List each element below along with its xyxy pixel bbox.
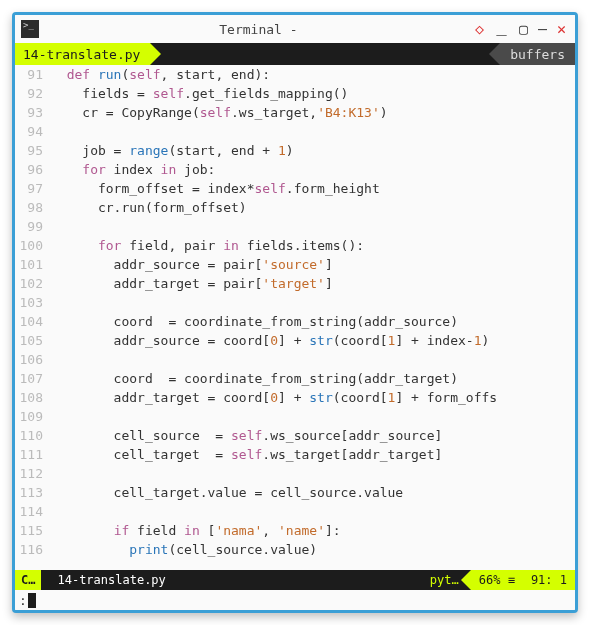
code-text: addr_source = pair['source'] [51,255,575,274]
code-line[interactable]: 95 job = range(start, end + 1) [15,141,575,160]
cursor-icon [28,593,36,608]
code-line[interactable]: 101 addr_source = pair['source'] [15,255,575,274]
line-number: 95 [15,141,51,160]
code-text [51,217,575,236]
code-text: for index in job: [51,160,575,179]
line-number: 107 [15,369,51,388]
window-dash-icon[interactable]: – [535,20,550,39]
code-line[interactable]: 100 for field, pair in fields.items(): [15,236,575,255]
terminal-app-icon [21,20,39,38]
code-text: job = range(start, end + 1) [51,141,575,160]
code-text [51,464,575,483]
code-line[interactable]: 97 form_offset = index*self.form_height [15,179,575,198]
code-line[interactable]: 112 [15,464,575,483]
pin-icon[interactable]: ◇ [472,20,487,39]
code-line[interactable]: 113 cell_target.value = cell_source.valu… [15,483,575,502]
code-text: for field, pair in fields.items(): [51,236,575,255]
line-number: 98 [15,198,51,217]
code-line[interactable]: 108 addr_target = coord[0] + str(coord[1… [15,388,575,407]
line-number: 112 [15,464,51,483]
line-number: 92 [15,84,51,103]
minimize-icon[interactable]: ＿ [491,20,512,39]
code-line[interactable]: 93 cr = CopyRange(self.ws_target,'B4:K13… [15,103,575,122]
code-text: cell_source = self.ws_source[addr_source… [51,426,575,445]
window-title: Terminal - [45,22,472,37]
statusbar: C… 14-translate.py pyt… 66% ≡ 91: 1 [15,570,575,590]
status-mode: C… [15,570,41,590]
titlebar[interactable]: Terminal - ◇ ＿ ▢ – ✕ [15,15,575,43]
code-line[interactable]: 98 cr.run(form_offset) [15,198,575,217]
line-number: 113 [15,483,51,502]
code-editor[interactable]: 91 def run(self, start, end):92 fields =… [15,65,575,570]
code-line[interactable]: 110 cell_source = self.ws_source[addr_so… [15,426,575,445]
code-line[interactable]: 94 [15,122,575,141]
code-text: cr = CopyRange(self.ws_target,'B4:K13') [51,103,575,122]
code-text: if field in ['nama', 'name']: [51,521,575,540]
code-line[interactable]: 96 for index in job: [15,160,575,179]
line-number: 109 [15,407,51,426]
code-text [51,407,575,426]
code-text [51,502,575,521]
tab-label: 14-translate.py [23,47,140,62]
terminal-window: Terminal - ◇ ＿ ▢ – ✕ 14-translate.py buf… [12,12,578,613]
buffer-tabbar: 14-translate.py buffers [15,43,575,65]
status-ruler: 91: 1 [523,570,575,590]
code-text: coord = coordinate_from_string(addr_targ… [51,369,575,388]
code-line[interactable]: 109 [15,407,575,426]
line-number: 100 [15,236,51,255]
code-text [51,293,575,312]
code-text: cell_target = self.ws_target[addr_target… [51,445,575,464]
code-line[interactable]: 91 def run(self, start, end): [15,65,575,84]
line-number: 94 [15,122,51,141]
line-number: 110 [15,426,51,445]
close-icon[interactable]: ✕ [554,20,569,39]
line-number: 111 [15,445,51,464]
code-line[interactable]: 111 cell_target = self.ws_target[addr_ta… [15,445,575,464]
tab-buffers[interactable]: buffers [500,43,575,65]
code-line[interactable]: 105 addr_source = coord[0] + str(coord[1… [15,331,575,350]
code-line[interactable]: 92 fields = self.get_fields_mapping() [15,84,575,103]
line-number: 103 [15,293,51,312]
status-percent: 66% ≡ [471,570,523,590]
code-text: addr_target = coord[0] + str(coord[1] + … [51,388,575,407]
code-text: addr_source = coord[0] + str(coord[1] + … [51,331,575,350]
status-filetype: pyt… [422,570,471,590]
code-line[interactable]: 106 [15,350,575,369]
line-number: 96 [15,160,51,179]
line-number: 91 [15,65,51,84]
code-line[interactable]: 102 addr_target = pair['target'] [15,274,575,293]
line-number: 99 [15,217,51,236]
line-number: 108 [15,388,51,407]
code-line[interactable]: 103 [15,293,575,312]
code-line[interactable]: 116 print(cell_source.value) [15,540,575,559]
code-text [51,122,575,141]
line-number: 102 [15,274,51,293]
line-number: 97 [15,179,51,198]
code-line[interactable]: 114 [15,502,575,521]
code-text [51,350,575,369]
line-number: 116 [15,540,51,559]
tab-buffers-label: buffers [510,47,565,62]
code-line[interactable]: 99 [15,217,575,236]
cmd-prompt: : [19,593,27,608]
status-file: 14-translate.py [41,570,421,590]
code-line[interactable]: 104 coord = coordinate_from_string(addr_… [15,312,575,331]
code-text: fields = self.get_fields_mapping() [51,84,575,103]
code-line[interactable]: 107 coord = coordinate_from_string(addr_… [15,369,575,388]
code-text: cr.run(form_offset) [51,198,575,217]
code-text: cell_target.value = cell_source.value [51,483,575,502]
command-line[interactable]: : [15,590,575,610]
code-text: form_offset = index*self.form_height [51,179,575,198]
line-number: 105 [15,331,51,350]
tab-active[interactable]: 14-translate.py [15,43,150,65]
maximize-icon[interactable]: ▢ [516,20,531,39]
code-text: addr_target = pair['target'] [51,274,575,293]
line-number: 104 [15,312,51,331]
code-text: print(cell_source.value) [51,540,575,559]
line-number: 101 [15,255,51,274]
window-controls: ◇ ＿ ▢ – ✕ [472,20,569,39]
code-line[interactable]: 115 if field in ['nama', 'name']: [15,521,575,540]
line-number: 115 [15,521,51,540]
code-text: def run(self, start, end): [51,65,575,84]
line-number: 114 [15,502,51,521]
